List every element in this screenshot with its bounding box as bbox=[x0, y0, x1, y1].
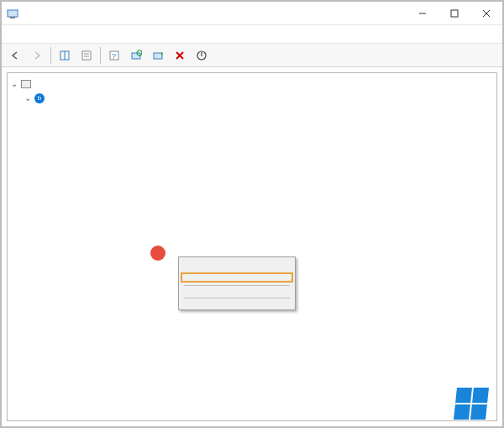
computer-icon bbox=[19, 78, 33, 90]
bluetooth-category[interactable]: ⌄ b bbox=[9, 91, 495, 105]
svg-rect-1 bbox=[10, 17, 15, 18]
maximize-button[interactable] bbox=[438, 2, 470, 25]
ctx-update-driver[interactable] bbox=[181, 259, 293, 266]
help-button[interactable]: ? bbox=[104, 46, 124, 65]
svg-text:?: ? bbox=[112, 52, 116, 61]
close-button[interactable] bbox=[470, 2, 502, 25]
app-icon bbox=[7, 8, 18, 19]
annotation-badge-1 bbox=[150, 246, 165, 261]
uninstall-device-button[interactable] bbox=[170, 46, 190, 65]
svg-rect-3 bbox=[451, 10, 458, 17]
update-driver-button[interactable] bbox=[148, 46, 168, 65]
tree-panel: ⌄ ⌄ b bbox=[7, 72, 497, 421]
menu-bar bbox=[2, 25, 502, 44]
ctx-separator bbox=[184, 298, 290, 299]
menu-action[interactable] bbox=[18, 33, 29, 36]
show-hide-tree-button[interactable] bbox=[55, 46, 75, 65]
ctx-disable-device[interactable] bbox=[181, 266, 293, 272]
menu-view[interactable] bbox=[30, 33, 40, 36]
bluetooth-icon: b bbox=[33, 92, 46, 104]
menu-help[interactable] bbox=[42, 33, 52, 36]
svg-rect-15 bbox=[154, 53, 162, 59]
ctx-separator bbox=[184, 285, 290, 286]
watermark bbox=[455, 388, 494, 420]
disable-device-button[interactable] bbox=[192, 46, 212, 65]
expand-icon[interactable]: ⌄ bbox=[23, 91, 33, 105]
context-menu bbox=[178, 256, 296, 310]
title-bar bbox=[2, 2, 502, 25]
svg-rect-0 bbox=[8, 10, 18, 17]
expand-icon[interactable]: ⌄ bbox=[9, 77, 19, 91]
toolbar: ? bbox=[2, 44, 502, 67]
svg-rect-8 bbox=[82, 51, 91, 60]
menu-file[interactable] bbox=[7, 33, 17, 36]
windows-logo-icon bbox=[454, 388, 489, 420]
back-button[interactable] bbox=[5, 46, 25, 65]
forward-button[interactable] bbox=[27, 46, 47, 65]
minimize-button[interactable] bbox=[407, 2, 438, 25]
root-node[interactable]: ⌄ bbox=[9, 77, 495, 91]
ctx-scan-hardware[interactable] bbox=[181, 288, 293, 295]
ctx-properties[interactable] bbox=[181, 301, 293, 308]
scan-hardware-button[interactable] bbox=[126, 46, 146, 65]
properties-button[interactable] bbox=[76, 46, 97, 65]
ctx-uninstall-device[interactable] bbox=[181, 272, 293, 283]
